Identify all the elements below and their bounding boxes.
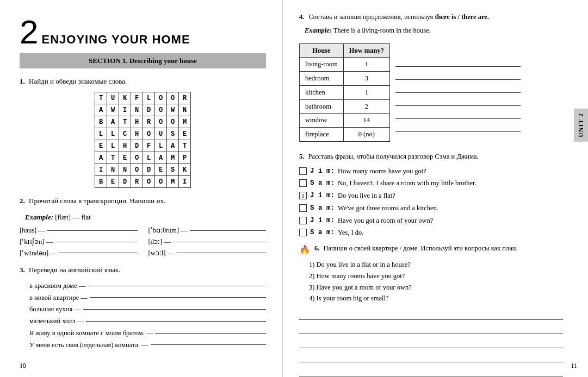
room-count: 2 (343, 99, 389, 114)
task6-text: Напиши о своей квартире / доме. Использу… (324, 244, 518, 252)
table-row: fireplace0 (no) (300, 128, 390, 142)
conversation-checkbox[interactable] (299, 204, 307, 212)
conversation-checkbox[interactable] (299, 217, 307, 224)
wordsearch-cell: N (131, 104, 143, 116)
wordsearch-cell: H (119, 140, 131, 152)
trans-blank (176, 253, 266, 253)
house-table: HouseHow many?living-room1bedroom3kitche… (299, 43, 390, 142)
table-row: bedroom3 (300, 72, 390, 86)
wordsearch-cell: A (95, 152, 107, 164)
translate-text: У меня есть своя (отдельная) комната. — (29, 340, 148, 350)
wordsearch-cell: A (95, 104, 107, 116)
wordsearch-cell: F (143, 140, 155, 152)
speech-text: We've got three rooms and a kitchen. (338, 203, 577, 213)
writing-lines (299, 308, 577, 376)
conversation-item: 1J i m:Do you live in a flat? (299, 191, 577, 201)
task6-number: 6. (314, 244, 319, 252)
wordsearch-cell: K (119, 92, 131, 104)
trans-text: [haus] — (20, 225, 45, 236)
conversation-checkbox[interactable]: 1 (299, 192, 307, 199)
write-line-row (395, 54, 521, 67)
question-item: 1) Do you live in a flat or in a house? (309, 260, 577, 270)
conversation-checkbox[interactable] (299, 229, 307, 236)
wordsearch-cell: U (155, 128, 167, 140)
page: 2 ENJOYING YOUR HOME SECTION 1. Describi… (0, 0, 588, 377)
page-number-left: 10 (20, 361, 26, 370)
room-count: 1 (343, 85, 389, 99)
wordsearch-cell: W (167, 104, 179, 116)
translate-line (155, 333, 266, 334)
question-item: 2) How many rooms have you got? (309, 271, 577, 281)
wordsearch-cell: N (107, 164, 119, 176)
trans-text: [wɔːl] — (148, 248, 174, 259)
translate-text: в новой квартире — (29, 293, 88, 303)
writing-line (299, 350, 563, 362)
wordsearch-cell: T (179, 140, 191, 152)
wordsearch-cell: L (95, 128, 107, 140)
wordsearch-cell: O (167, 92, 179, 104)
wordsearch-cell: D (131, 140, 143, 152)
unit-number: 2 (20, 15, 38, 49)
task1-number: 1. (20, 77, 25, 85)
room-name: living-room (300, 58, 344, 72)
wordsearch-container: TUKFLOORAWINDOWNBATHROOMLLCHOUSEELHDFLAT… (20, 92, 266, 188)
trans-blank (59, 253, 138, 253)
wordsearch-cell: O (143, 176, 155, 188)
wordsearch-cell: S (167, 128, 179, 140)
wordsearch-cell: R (143, 116, 155, 128)
room-name: fireplace (300, 128, 344, 142)
task2-number: 2. (20, 197, 25, 205)
wordsearch-cell: O (155, 104, 167, 116)
wordsearch-cell: L (107, 140, 119, 152)
speech-text: No, I haven't. I share a room with my li… (338, 178, 577, 188)
right-page: 4. Составь и запиши предложения, использ… (283, 0, 588, 377)
write-line-row (395, 80, 521, 93)
page-number-right: 11 (571, 361, 577, 370)
speech-text: Do you live in a flat? (338, 191, 577, 201)
wordsearch-cell: O (131, 152, 143, 164)
task4-intro: Составь и запиши предложения, используя (308, 13, 433, 21)
conversation-checkbox[interactable] (299, 179, 307, 187)
speaker-label: S a m: (310, 178, 335, 188)
task5: 5. Расставь фразы, чтобы получился разго… (299, 152, 577, 238)
wordsearch-cell: M (167, 176, 179, 188)
transcription-grid: [haus] —[ˈbɑːθrum] —[ˈkɪtʃən] —[dɔː] —[ˈ… (20, 225, 266, 258)
room-count: 14 (343, 114, 389, 128)
wordsearch-cell: H (131, 116, 143, 128)
unit-tab: UNIT 2 (574, 109, 588, 142)
question-item: 3) Have you got a room of your own? (309, 282, 577, 293)
task3-text: Переведи на английский язык. (29, 266, 120, 274)
translate-item: большая кухня — (29, 304, 266, 315)
task2-example: [flæt] — flat (55, 213, 91, 221)
wordsearch-cell: N (119, 164, 131, 176)
fire-icon: 🔥 (299, 243, 310, 256)
task1-text: Найди и обведи знакомые слова. (29, 77, 127, 85)
wordsearch-cell: T (95, 92, 107, 104)
wordsearch-cell: S (167, 164, 179, 176)
section-bar: SECTION 1. Describing your house (20, 53, 266, 68)
translate-line (151, 344, 266, 345)
wordsearch-cell: E (107, 176, 119, 188)
writing-line (299, 365, 563, 376)
conversation-checkbox[interactable] (299, 167, 307, 175)
translate-item: маленький холл — (29, 316, 266, 326)
trans-blank (190, 230, 266, 231)
trans-blank (55, 242, 138, 242)
table-row: kitchen1 (300, 85, 390, 99)
translate-item: в красивом доме — (29, 281, 266, 291)
wordsearch-cell: O (131, 164, 143, 176)
trans-blank (47, 230, 138, 231)
write-line-row (395, 67, 521, 80)
wordsearch-cell: P (179, 152, 191, 164)
translate-line (90, 297, 266, 298)
wordsearch-cell: I (119, 104, 131, 116)
task3-number: 3. (20, 266, 25, 274)
speaker-label: S a m: (310, 203, 335, 213)
task2-example-label: Example: (25, 213, 53, 221)
wordsearch-cell: A (107, 116, 119, 128)
wordsearch-cell: N (179, 104, 191, 116)
room-name: bedroom (300, 72, 344, 86)
conversation-item: J i m:Have you got a room of your own? (299, 216, 577, 226)
speech-text: Have you got a room of your own? (338, 216, 577, 226)
write-line-row (395, 106, 521, 119)
